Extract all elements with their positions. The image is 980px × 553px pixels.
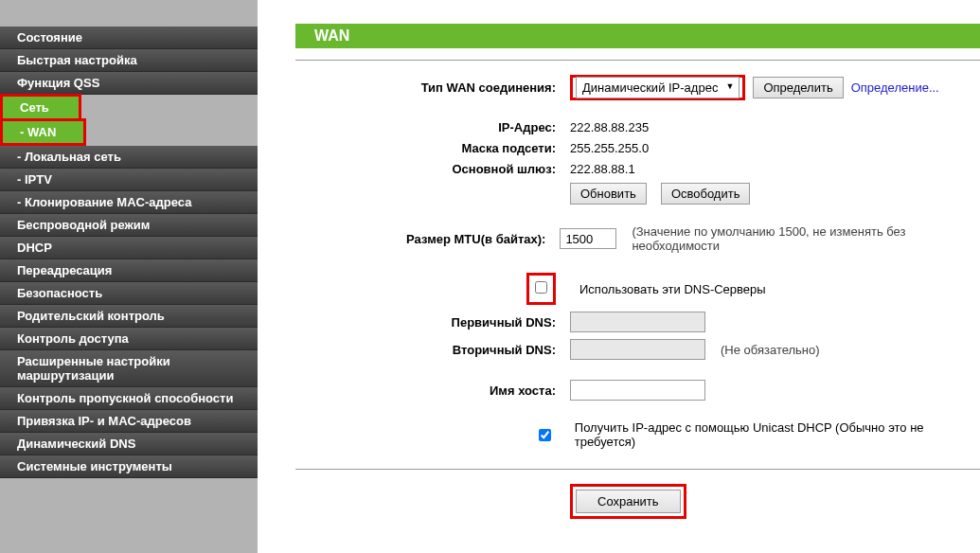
sidebar-item-wan[interactable]: - WAN [3,121,83,143]
wan-type-label: Тип WAN соединения: [295,80,570,95]
sidebar-item-bandwidth[interactable]: Контроль пропускной способности [0,387,258,410]
detect-button[interactable]: Определить [753,77,843,98]
primary-dns-input[interactable] [570,312,705,332]
sidebar-item-mac-clone[interactable]: - Клонирование MAC-адреса [0,191,258,214]
use-dns-label: Использовать эти DNS-Серверы [579,282,766,296]
wan-type-select[interactable]: Динамический IP-адрес [576,77,739,98]
save-highlight: Сохранить [570,484,686,519]
sidebar-item-routing[interactable]: Расширенные настройки маршрутизации [0,350,258,387]
page-title: WAN [295,24,980,48]
mtu-hint: (Значение по умолчанию 1500, не изменять… [632,224,980,253]
hostname-input[interactable] [570,380,705,401]
sidebar-item-wireless[interactable]: Беспроводной режим [0,214,258,237]
sidebar-item-ip-mac-bind[interactable]: Привязка IP- и MAC-адресов [0,410,258,433]
ip-label: IP-Адрес: [295,120,570,134]
secondary-dns-hint: (Не обязательно) [721,343,820,357]
dns-checkbox-highlight [526,273,556,305]
mask-value: 255.255.255.0 [570,141,649,155]
gateway-value: 222.88.88.1 [570,162,635,176]
secondary-dns-label: Вторичный DNS: [295,343,570,357]
mtu-label: Размер MTU(в байтах): [295,232,560,246]
divider [295,60,980,61]
unicast-checkbox[interactable] [539,429,551,441]
sidebar-item-iptv[interactable]: - IPTV [0,169,258,191]
unicast-label: Получить IP-адрес с помощью Unicast DHCP… [575,420,980,449]
sidebar-item-lan[interactable]: - Локальная сеть [0,146,258,169]
mtu-input[interactable] [560,228,616,249]
detect-link[interactable]: Определение... [851,80,939,95]
release-button[interactable]: Освободить [661,183,751,205]
save-button[interactable]: Сохранить [576,490,681,513]
divider-bottom [295,469,980,470]
sidebar-item-status[interactable]: Состояние [0,27,258,49]
sidebar-item-forwarding[interactable]: Переадресация [0,259,258,282]
sidebar-item-security[interactable]: Безопасность [0,282,258,305]
main-panel: WAN Тип WAN соединения: Динамический IP-… [258,0,980,553]
gateway-label: Основной шлюз: [295,162,570,176]
sidebar-item-dhcp[interactable]: DHCP [0,237,258,259]
hostname-label: Имя хоста: [295,384,570,398]
wan-type-highlight: Динамический IP-адрес [570,75,745,100]
sidebar-item-ddns[interactable]: Динамический DNS [0,433,258,455]
sidebar: Состояние Быстрая настройка Функция QSS … [0,0,258,553]
primary-dns-label: Первичный DNS: [295,315,570,330]
sidebar-item-qss[interactable]: Функция QSS [0,72,258,95]
refresh-button[interactable]: Обновить [570,183,647,205]
use-dns-checkbox[interactable] [535,281,547,294]
ip-value: 222.88.88.235 [570,120,649,134]
sidebar-item-quick-setup[interactable]: Быстрая настройка [0,49,258,72]
sidebar-item-parental[interactable]: Родительский контроль [0,305,258,328]
sidebar-item-system-tools[interactable]: Системные инструменты [0,455,258,478]
sidebar-item-network[interactable]: Сеть [3,97,79,118]
mask-label: Маска подсети: [295,141,570,155]
sidebar-item-access-control[interactable]: Контроль доступа [0,328,258,350]
secondary-dns-input[interactable] [570,339,705,360]
